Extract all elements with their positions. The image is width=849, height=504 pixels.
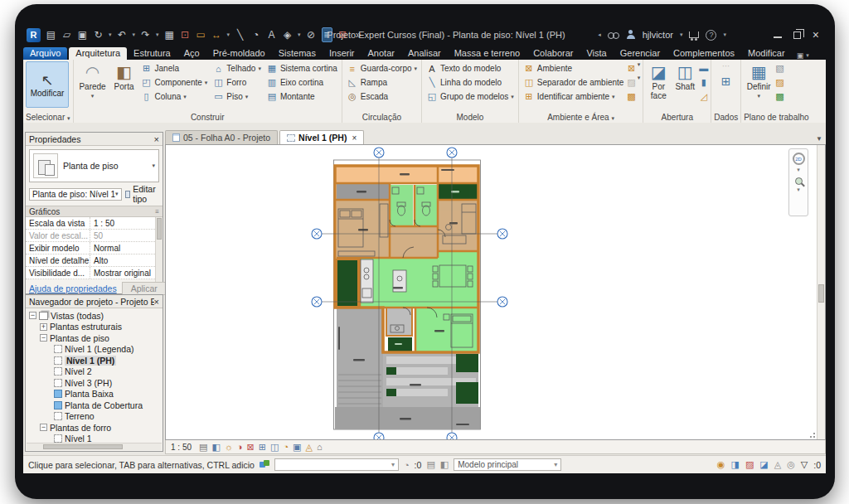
modify-button[interactable]: ↖ Modificar <box>26 61 69 108</box>
collapse-icon[interactable]: − <box>29 312 36 319</box>
model-line-button[interactable]: ╲Linha do modelo <box>424 75 516 90</box>
window-button[interactable]: ⊞Janela <box>139 61 210 75</box>
model-text-button[interactable]: ATexto do modelo <box>424 61 516 75</box>
wheel-caret[interactable]: ▾ <box>797 167 800 173</box>
collapse-icon[interactable]: − <box>40 424 47 431</box>
dimension-caret[interactable]: ▾ <box>227 32 230 38</box>
tree-item-vistas[interactable]: −Vistas (todas) <box>29 310 163 322</box>
edit-type-button[interactable]: Editar tipo <box>125 184 159 204</box>
tree-item-plantas-de-forro[interactable]: −Plantas de forro <box>29 422 163 434</box>
undo-caret[interactable]: ▾ <box>133 32 136 38</box>
minimize-button[interactable] <box>774 36 782 38</box>
roof-button[interactable]: ⌂Telhado▾ <box>211 61 263 75</box>
property-row[interactable]: Escala da vista1 : 50 <box>26 217 155 230</box>
pin-icon[interactable]: ◬ <box>774 459 781 470</box>
tab-pre-moldado[interactable]: Pré-moldado <box>206 47 272 60</box>
undo-icon[interactable]: ↶ <box>117 28 128 41</box>
tab-modificar[interactable]: Modificar <box>741 47 792 60</box>
view-scale-button[interactable]: 1 : 50 <box>171 443 192 452</box>
level-icon[interactable]: ⋯ <box>722 61 730 73</box>
door-button[interactable]: ◧Porta <box>111 61 138 91</box>
area-caret-1[interactable]: ▾ <box>638 61 641 68</box>
tree-item-planta-baixa[interactable]: Planta Baixa <box>29 389 163 400</box>
open-icon[interactable]: ▱ <box>61 28 72 41</box>
shaft-button[interactable]: ◫Shaft <box>672 61 697 91</box>
restore-button[interactable] <box>793 32 801 39</box>
ceiling-button[interactable]: ◫Forro <box>211 75 263 90</box>
tab-arquivo[interactable]: Arquivo <box>23 47 67 60</box>
property-row[interactable]: Exibir modeloNormal <box>26 242 155 254</box>
component-button[interactable]: ◰Componente▾ <box>139 75 210 90</box>
tab-vista[interactable]: Vista <box>580 47 613 60</box>
exclude-options-icon[interactable]: ◨ <box>730 459 739 470</box>
app-menu-button[interactable]: R <box>27 28 41 42</box>
view-tabs-overflow-icon[interactable]: ▼ <box>816 135 822 143</box>
room-separator-button[interactable]: ◫Separador de ambiente <box>522 75 626 90</box>
tree-item-planta-cobertura[interactable]: Planta de Cobertura <box>29 400 163 411</box>
tree-item-nivel1-ph[interactable]: Nível 1 (PH) <box>29 355 163 366</box>
expand-icon[interactable]: + <box>40 323 47 331</box>
redo-icon[interactable]: ↷ <box>140 28 151 41</box>
canvas-resize-grip[interactable] <box>807 429 815 438</box>
press-drag-icon[interactable]: ▨ <box>745 459 754 470</box>
area-tag-icon[interactable]: ▩ <box>627 90 635 104</box>
shadows-icon[interactable]: ◑ <box>237 441 243 453</box>
editable-only-icon[interactable]: ◧ <box>440 459 449 470</box>
clock-icon[interactable]: ◔ <box>250 28 261 41</box>
help-icon[interactable]: ? <box>706 30 716 41</box>
panel-label-selecionar[interactable]: Selecionar ▾ <box>26 112 70 123</box>
active-only-icon[interactable]: ◉ <box>717 459 725 470</box>
view-tab-folha-a0[interactable]: 05 - Folha A0 - Projeto <box>165 130 278 144</box>
railing-button[interactable]: ≡Guarda-corpo▾ <box>345 61 419 75</box>
account-icon[interactable] <box>626 30 636 40</box>
canvas[interactable]: 2D ▾ ▾ <box>165 144 826 440</box>
property-row[interactable]: Nível de detalheAlto <box>26 254 155 267</box>
tab-massa-terreno[interactable]: Massa e terreno <box>448 47 526 60</box>
tab-aco[interactable]: Aço <box>177 47 206 60</box>
set-work-plane-button[interactable]: ▦Definir▾ <box>744 61 774 100</box>
floor-button[interactable]: ▭Piso▾ <box>211 90 263 104</box>
app-store-icon[interactable] <box>689 32 699 38</box>
help-caret[interactable]: ▾ <box>723 32 726 38</box>
properties-help-link[interactable]: Ajuda de propriedades <box>29 284 117 293</box>
temporary-hide-isolate-icon[interactable]: ◫ <box>270 441 279 453</box>
view-tab-nivel1-ph[interactable]: Nível 1 (PH) × <box>279 130 364 144</box>
tree-item-plantas-estruturais[interactable]: +Plantas estruturais <box>29 322 163 333</box>
drag-elements-icon[interactable]: ◪ <box>759 459 768 470</box>
redo-caret[interactable]: ▾ <box>156 32 159 38</box>
sync-icon[interactable]: ↻ <box>93 28 104 41</box>
reveal-hidden-elements-icon[interactable]: ◔ <box>283 441 289 453</box>
steering-wheel-icon[interactable]: 2D <box>793 153 805 165</box>
work-plane-viewer-icon[interactable]: ▩ <box>775 90 784 104</box>
room-button[interactable]: ⊠Ambiente <box>522 61 626 75</box>
view-tab-close-icon[interactable]: × <box>352 133 357 143</box>
properties-close-icon[interactable]: × <box>154 134 159 144</box>
tab-complementos[interactable]: Complementos <box>667 47 741 60</box>
selection-filter-icon[interactable]: ▽ <box>801 459 808 470</box>
type-selector-caret[interactable]: ▾ <box>152 162 155 169</box>
model-line-icon[interactable]: ╲ <box>235 28 245 41</box>
detail-level-icon[interactable]: ▤ <box>199 441 207 453</box>
collapse-icon[interactable]: − <box>40 334 47 342</box>
worksets-dialog-icon[interactable]: ▤ <box>426 459 434 470</box>
ref-plane-icon[interactable]: ▨ <box>775 75 784 90</box>
crop-view-icon[interactable]: ⊠ <box>247 441 255 453</box>
wall-button[interactable]: ◠Parede▾ <box>76 61 109 100</box>
signed-in-user[interactable]: hjlvictor <box>643 30 673 40</box>
zoom-caret[interactable]: ▾ <box>797 187 800 193</box>
floor-plan-drawing[interactable] <box>310 146 509 440</box>
tree-item-plantas-de-piso[interactable]: −Plantas de piso <box>29 332 163 344</box>
show-crop-region-icon[interactable]: ⊞ <box>259 441 266 453</box>
tree-item-nivel1-legenda[interactable]: Nível 1 (Legenda) <box>29 344 163 356</box>
wall-opening-icon[interactable]: ▬ <box>699 61 708 75</box>
export-icon[interactable]: ⊡ <box>180 28 191 41</box>
browser-close-icon[interactable]: × <box>154 297 159 307</box>
sync-caret[interactable]: ▾ <box>109 32 112 38</box>
tree-item-nivel2[interactable]: Nível 2 <box>29 366 163 378</box>
by-face-button[interactable]: ◪Por face <box>646 61 671 100</box>
property-row[interactable]: Visibilidade d...Mostrar original <box>26 267 155 279</box>
settings-icon[interactable]: ◎ <box>787 459 795 470</box>
curtain-grid-button[interactable]: ▥Eixo cortina <box>264 75 339 90</box>
tab-anotar[interactable]: Anotar <box>361 47 401 60</box>
close-button[interactable]: × <box>813 30 819 40</box>
